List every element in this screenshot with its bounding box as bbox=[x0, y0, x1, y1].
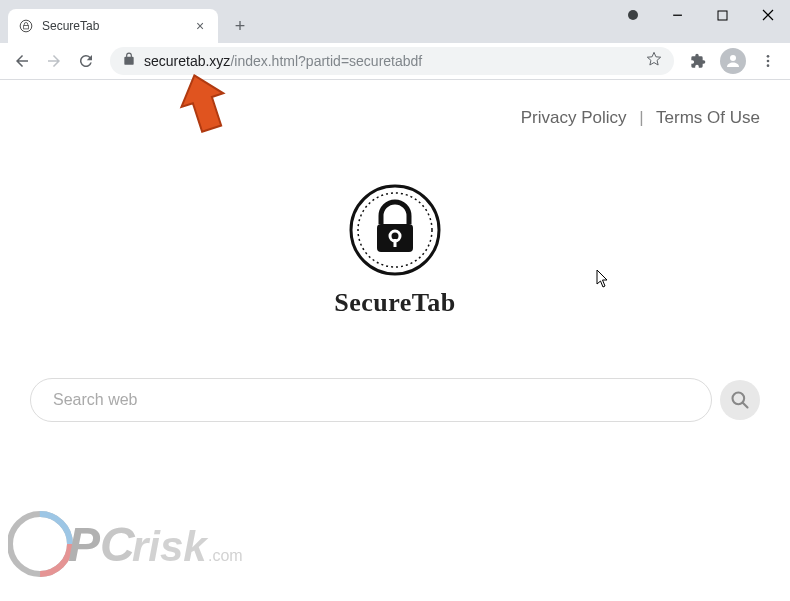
app-indicator-icon[interactable] bbox=[610, 0, 655, 30]
terms-of-use-link[interactable]: Terms Of Use bbox=[656, 108, 760, 127]
browser-titlebar: SecureTab × + − bbox=[0, 0, 790, 43]
svg-rect-1 bbox=[24, 25, 29, 29]
profile-avatar[interactable] bbox=[720, 48, 746, 74]
svg-point-7 bbox=[767, 64, 770, 67]
bookmark-star-icon[interactable] bbox=[646, 51, 662, 71]
svg-point-5 bbox=[767, 55, 770, 58]
svg-point-4 bbox=[730, 55, 736, 61]
lock-icon bbox=[122, 52, 136, 70]
reload-button[interactable] bbox=[72, 47, 100, 75]
svg-text:risk: risk bbox=[132, 523, 209, 570]
new-tab-button[interactable]: + bbox=[226, 12, 254, 40]
svg-text:C: C bbox=[100, 518, 136, 571]
url-text: securetab.xyz/index.html?partid=secureta… bbox=[144, 53, 422, 69]
close-window-button[interactable] bbox=[745, 0, 790, 30]
address-bar[interactable]: securetab.xyz/index.html?partid=secureta… bbox=[110, 47, 674, 75]
window-controls: − bbox=[610, 0, 790, 30]
search-area bbox=[30, 378, 760, 422]
search-button[interactable] bbox=[720, 380, 760, 420]
svg-text:P: P bbox=[68, 518, 101, 571]
securetab-logo-icon bbox=[345, 180, 445, 280]
maximize-button[interactable] bbox=[700, 0, 745, 30]
search-icon bbox=[730, 390, 750, 410]
url-path: /index.html?partid=securetabdf bbox=[230, 53, 422, 69]
privacy-policy-link[interactable]: Privacy Policy bbox=[521, 108, 627, 127]
page-content: Privacy Policy | Terms Of Use SecureTab bbox=[0, 80, 790, 601]
logo-text: SecureTab bbox=[0, 288, 790, 318]
svg-text:.com: .com bbox=[208, 547, 243, 564]
menu-icon[interactable] bbox=[754, 47, 782, 75]
svg-rect-12 bbox=[394, 239, 397, 247]
close-tab-icon[interactable]: × bbox=[192, 18, 208, 34]
pcrisk-watermark: P C risk .com bbox=[8, 499, 288, 593]
search-input[interactable] bbox=[30, 378, 712, 422]
top-links: Privacy Policy | Terms Of Use bbox=[521, 108, 760, 128]
link-separator: | bbox=[639, 108, 643, 127]
browser-toolbar: securetab.xyz/index.html?partid=secureta… bbox=[0, 43, 790, 80]
svg-point-2 bbox=[628, 10, 638, 20]
tab-favicon bbox=[18, 18, 34, 34]
tab-title: SecureTab bbox=[42, 19, 184, 33]
svg-point-0 bbox=[20, 20, 32, 32]
svg-line-14 bbox=[743, 403, 748, 408]
extensions-icon[interactable] bbox=[684, 47, 712, 75]
back-button[interactable] bbox=[8, 47, 36, 75]
svg-point-6 bbox=[767, 60, 770, 63]
minimize-button[interactable]: − bbox=[655, 0, 700, 30]
svg-rect-3 bbox=[718, 11, 727, 20]
forward-button[interactable] bbox=[40, 47, 68, 75]
url-domain: securetab.xyz bbox=[144, 53, 230, 69]
browser-tab[interactable]: SecureTab × bbox=[8, 9, 218, 43]
svg-rect-10 bbox=[377, 224, 413, 252]
